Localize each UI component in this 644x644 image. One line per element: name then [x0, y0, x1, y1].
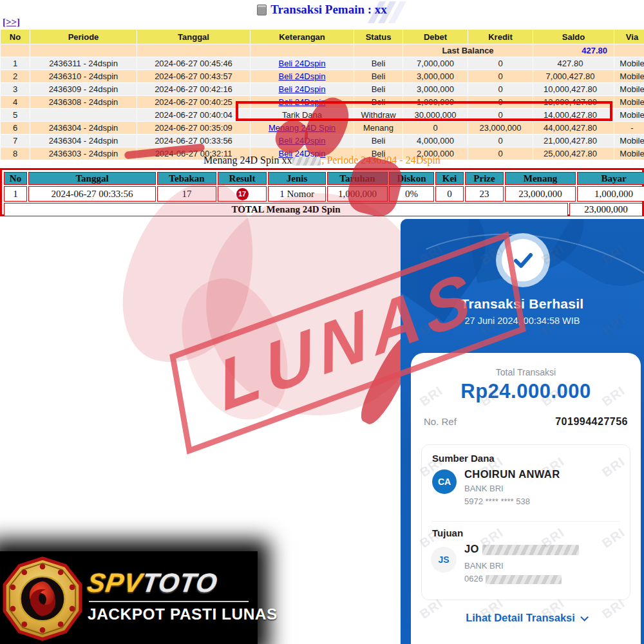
result-ball: 17 — [236, 188, 249, 200]
win-col-tebakan: Tebakan — [157, 172, 216, 185]
win-kei: 0 — [435, 186, 464, 202]
detail-link[interactable]: Lihat Detail Transaksi — [411, 612, 641, 624]
receipt-datetime: 27 Juni 2024, 00:34:58 WIB — [401, 316, 644, 326]
cell-status: Beli — [354, 70, 402, 82]
cell-ket[interactable]: Menang 24D Spin — [251, 122, 354, 134]
win-table-title: Menang 24D Spin xx, Periode 2436304 - 24… — [0, 155, 644, 166]
cell-periode: 2436309 - 24dspin — [30, 83, 137, 95]
cell-tanggal: 2024-06-27 00:33:56 — [137, 135, 250, 147]
cell-no: 1 — [1, 57, 30, 70]
col-keterangan: Keterangan — [251, 30, 354, 44]
transaction-row: 12436311 - 24dspin2024-06-27 00:45:46Bel… — [1, 57, 644, 70]
brand-logo-block: SPVTOTO JACKPOT PASTI LUNAS — [0, 551, 258, 644]
dest-name: JO — [464, 543, 579, 555]
success-check-icon — [496, 233, 550, 287]
cell-tanggal: 2024-06-27 00:45:46 — [137, 57, 250, 70]
watermark-hook — [167, 265, 303, 433]
win-col-result: Result — [218, 172, 267, 185]
cell-ket[interactable]: Beli 24Dspin — [251, 57, 354, 70]
last-balance-value: 427.80 — [533, 44, 614, 57]
cell-ket[interactable]: Beli 24Dspin — [251, 135, 354, 147]
cell-saldo: 7,000,427.80 — [533, 70, 614, 82]
ref-label: No. Ref — [424, 416, 457, 428]
cell-periode: 2436310 - 24dspin — [30, 70, 137, 82]
transaction-row: 62436304 - 24dspin2024-06-27 00:35:09Men… — [1, 122, 644, 134]
cell-tanggal: 2024-06-27 00:40:04 — [137, 109, 250, 121]
win-taruhan: 1,000,000 — [327, 186, 388, 202]
cell-saldo: 14,000,427.80 — [533, 109, 614, 121]
cell-periode — [30, 109, 137, 121]
cell-ket[interactable]: Beli 24Dspin — [251, 83, 354, 95]
win-total-label: TOTAL Menang 24D Spin — [4, 203, 568, 216]
cell-no: 2 — [1, 70, 30, 82]
keterangan-link[interactable]: Beli 24Dspin — [279, 59, 326, 68]
transaction-row: 72436304 - 24dspin2024-06-27 00:33:56Bel… — [1, 135, 644, 147]
win-table: No Tanggal Tebakan Result Jenis Taruhan … — [3, 171, 644, 203]
win-col-prize: Prize — [465, 172, 504, 185]
cell-via: Mobile — [614, 83, 644, 95]
receipt-card: Total Transaksi Rp24.000.000 No. Ref 701… — [411, 353, 641, 644]
brand-tagline: JACKPOT PASTI LUNAS — [88, 605, 255, 623]
last-balance-label: Last Balance — [403, 44, 533, 57]
win-col-kei: Kei — [435, 172, 464, 185]
win-data-row: 1 2024-06-27 00:33:56 17 17 1 Nomor 1,00… — [4, 186, 644, 202]
cell-status: Beli — [354, 96, 402, 108]
cell-kredit: 0 — [468, 109, 533, 121]
win-result: 17 — [218, 186, 267, 202]
dest-label: Tujuan — [432, 527, 463, 538]
back-link[interactable]: [>>] — [3, 17, 20, 28]
cell-tanggal: 2024-06-27 00:35:09 — [137, 122, 250, 134]
transaction-row: 42436308 - 24dspin2024-06-27 00:40:25Bel… — [1, 96, 644, 108]
page-title: Transaksi Pemain : xx — [0, 3, 644, 17]
win-bayar: 1,000,000 — [577, 186, 644, 202]
win-col-no: No — [4, 172, 27, 185]
document-icon — [257, 5, 267, 15]
cell-via: Mobile — [614, 135, 644, 147]
win-col-bayar: Bayar — [577, 172, 644, 185]
dest-avatar: JS — [431, 547, 457, 573]
cell-no: 3 — [1, 83, 30, 95]
cell-tanggal: 2024-06-27 00:40:25 — [137, 96, 250, 108]
divider — [432, 521, 620, 522]
win-diskon: 0% — [389, 186, 434, 202]
source-bank: BANK BRI — [464, 484, 504, 493]
win-table-wrapper: No Tanggal Tebakan Result Jenis Taruhan … — [0, 168, 644, 216]
dest-account: 0626 — [464, 574, 562, 584]
cell-status: Withdraw — [354, 109, 402, 121]
zodiac-wheel-icon — [1, 556, 84, 643]
cell-status: Beli — [354, 135, 402, 147]
cell-ket[interactable]: Beli 24Dspin — [251, 70, 354, 82]
transaction-table: No Periode Tanggal Keterangan Status Deb… — [0, 29, 644, 160]
cell-ket[interactable]: Beli 24Dspin — [251, 96, 354, 108]
cell-via: Mobile — [614, 57, 644, 70]
keterangan-link[interactable]: Beli 24Dspin — [279, 84, 326, 94]
cell-debet: 7,000,000 — [403, 57, 468, 70]
total-transaksi-value: Rp24.000.000 — [411, 380, 641, 403]
win-col-taruhan: Taruhan — [327, 172, 388, 185]
win-total-table: TOTAL Menang 24D Spin 23,000,000 — [3, 202, 644, 218]
last-balance-row: Last Balance 427.80 — [1, 44, 644, 57]
keterangan-link[interactable]: Beli 24Dspin — [279, 136, 326, 146]
keterangan-link[interactable]: Menang 24D Spin — [269, 123, 336, 133]
keterangan-link[interactable]: Beli 24Dspin — [279, 71, 326, 81]
redacted-account — [486, 575, 562, 584]
cell-no: 4 — [1, 96, 30, 108]
redacted-name — [482, 545, 579, 555]
dest-bank: BANK BRI — [464, 561, 504, 571]
cell-periode: 2436304 - 24dspin — [30, 122, 137, 134]
win-col-menang: Menang — [505, 172, 576, 185]
cell-saldo: 13,000,427.80 — [533, 96, 614, 108]
ref-value: 701994427756 — [555, 416, 628, 428]
cell-saldo: 10,000,427.80 — [533, 83, 614, 95]
col-debet: Debet — [403, 30, 468, 44]
col-via: Via — [614, 30, 644, 44]
keterangan-link[interactable]: Beli 24Dspin — [279, 97, 326, 107]
win-col-diskon: Diskon — [389, 172, 434, 185]
cell-status: Menang — [354, 122, 402, 134]
brand-name: SPVTOTO — [86, 568, 258, 598]
cell-debet: 30,000,000 — [403, 109, 468, 121]
win-no: 1 — [4, 186, 27, 202]
cell-kredit: 0 — [468, 70, 533, 82]
col-kredit: Kredit — [468, 30, 533, 44]
win-jenis: 1 Nomor — [268, 186, 326, 202]
